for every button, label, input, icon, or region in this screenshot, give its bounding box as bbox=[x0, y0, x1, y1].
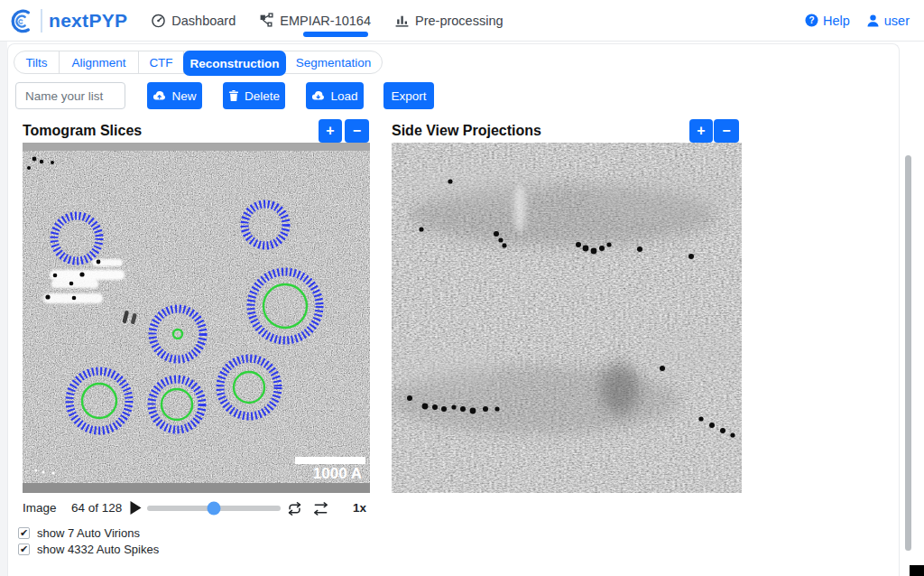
nav-project-empiar[interactable]: EMPIAR-10164 bbox=[259, 13, 371, 28]
playback-speed[interactable]: 1x bbox=[353, 499, 366, 517]
image-slider[interactable] bbox=[147, 506, 281, 511]
top-navbar: nextPYP Dashboard EMPIAR-10164 bbox=[0, 0, 924, 42]
checkmark-icon: ✔ bbox=[20, 544, 28, 554]
show-auto-virions-checkbox[interactable]: ✔ bbox=[18, 527, 30, 539]
image-transport-controls: Image 64 of 128 1x bbox=[8, 499, 441, 517]
help-link[interactable]: ? Help bbox=[805, 14, 850, 28]
load-button[interactable]: Load bbox=[306, 82, 364, 109]
nav-preprocessing[interactable]: Pre-processing bbox=[394, 13, 504, 28]
bright-streak bbox=[513, 185, 526, 232]
help-icon: ? bbox=[805, 14, 818, 27]
tomogram-slice-image[interactable]: 1000 A bbox=[23, 143, 370, 493]
scrolled-tab-indicator bbox=[303, 32, 368, 37]
slider-thumb[interactable] bbox=[208, 502, 221, 516]
page-scrollbar-thumb[interactable] bbox=[905, 155, 911, 551]
svg-text:?: ? bbox=[808, 15, 814, 25]
image-counter: 64 of 128 bbox=[71, 499, 122, 517]
page-gutter bbox=[0, 42, 7, 576]
show-auto-spikes-label: show 4332 Auto Spikes bbox=[37, 543, 159, 557]
tab-segmentation[interactable]: Segmentation bbox=[285, 51, 382, 73]
tab-ctf[interactable]: CTF bbox=[139, 51, 184, 73]
image-label: Image bbox=[23, 499, 57, 517]
gauge-icon bbox=[151, 13, 166, 28]
scale-bar bbox=[295, 457, 365, 464]
nav-dashboard[interactable]: Dashboard bbox=[151, 13, 236, 28]
show-auto-spikes-checkbox[interactable]: ✔ bbox=[18, 543, 30, 555]
repeat-icon[interactable] bbox=[287, 501, 302, 516]
nav-dashboard-label: Dashboard bbox=[171, 14, 236, 28]
nav-project-label: EMPIAR-10164 bbox=[280, 14, 371, 28]
workflow-icon bbox=[259, 13, 274, 28]
nav-preprocessing-label: Pre-processing bbox=[415, 14, 504, 28]
tomogram-zoom-in-button[interactable]: + bbox=[319, 119, 342, 143]
nextpyp-app: nextPYP Dashboard EMPIAR-10164 bbox=[0, 0, 924, 576]
show-virions-row: ✔ show 7 Auto Virions bbox=[8, 526, 369, 541]
new-button-label: New bbox=[171, 89, 196, 103]
help-label: Help bbox=[823, 14, 850, 28]
cloud-download-icon bbox=[311, 90, 325, 102]
chart-icon bbox=[394, 13, 410, 28]
show-spikes-row: ✔ show 4332 Auto Spikes bbox=[8, 543, 369, 557]
user-icon bbox=[866, 14, 880, 27]
play-button[interactable] bbox=[130, 501, 142, 515]
new-button[interactable]: New bbox=[147, 82, 202, 109]
user-label: user bbox=[884, 14, 910, 28]
list-name-input[interactable] bbox=[15, 82, 125, 109]
tab-alignment[interactable]: Alignment bbox=[60, 51, 139, 73]
checkmark-icon: ✔ bbox=[20, 528, 28, 538]
brand-divider bbox=[41, 9, 42, 33]
load-button-label: Load bbox=[330, 89, 357, 103]
delete-button[interactable]: Delete bbox=[223, 82, 285, 109]
brand-home-link[interactable]: nextPYP bbox=[7, 7, 127, 34]
nextpyp-logo-icon bbox=[7, 7, 34, 34]
side-view-title: Side View Projections bbox=[392, 119, 541, 143]
content-card: Tilts Alignment CTF Reconstruction Segme… bbox=[7, 43, 900, 576]
tab-reconstruction[interactable]: Reconstruction bbox=[183, 51, 286, 76]
scale-bar-label: 1000 A bbox=[313, 465, 362, 482]
brand-name: nextPYP bbox=[49, 10, 127, 32]
tomogram-zoom-out-button[interactable]: − bbox=[345, 119, 369, 143]
export-button-label: Export bbox=[391, 89, 426, 103]
side-view-projection-image[interactable] bbox=[392, 143, 742, 493]
side-view-zoom-in-button[interactable]: + bbox=[689, 119, 713, 143]
side-view-zoom-out-button[interactable]: − bbox=[714, 119, 739, 143]
navbar-right: ? Help user bbox=[805, 14, 910, 28]
user-menu[interactable]: user bbox=[866, 14, 910, 28]
show-auto-virions-label: show 7 Auto Virions bbox=[37, 526, 140, 541]
tomogram-slices-title: Tomogram Slices bbox=[23, 119, 142, 143]
trash-icon bbox=[228, 89, 239, 102]
tab-bar: Tilts Alignment CTF Reconstruction Segme… bbox=[14, 51, 383, 74]
delete-button-label: Delete bbox=[245, 89, 280, 103]
swap-direction-icon[interactable] bbox=[313, 501, 328, 516]
main-nav: Dashboard EMPIAR-10164 Pre-proce bbox=[151, 13, 503, 28]
export-button[interactable]: Export bbox=[383, 82, 434, 109]
tab-tilts[interactable]: Tilts bbox=[14, 51, 60, 73]
screen-corner-artifact bbox=[910, 565, 924, 576]
cloud-upload-icon bbox=[152, 90, 166, 102]
